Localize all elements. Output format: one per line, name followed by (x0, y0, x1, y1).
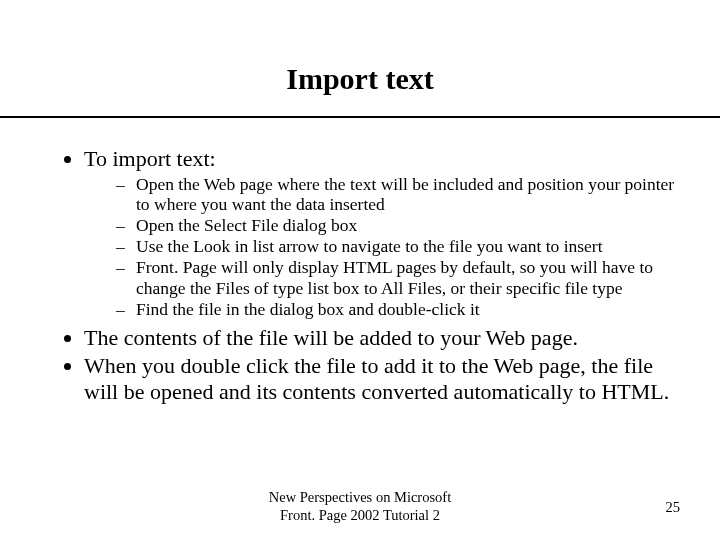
sub-bullet-item: Front. Page will only display HTML pages… (122, 257, 676, 297)
bullet-item: When you double click the file to add it… (84, 353, 676, 405)
slide-footer: New Perspectives on Microsoft Front. Pag… (0, 489, 720, 524)
page-number: 25 (666, 499, 681, 516)
sub-bullet-item: Open the Select File dialog box (122, 215, 676, 235)
sub-bullet-text: Open the Select File dialog box (136, 215, 357, 235)
footer-center: New Perspectives on Microsoft Front. Pag… (0, 489, 720, 524)
footer-line1: New Perspectives on Microsoft (269, 489, 451, 505)
bullet-item: The contents of the file will be added t… (84, 325, 676, 351)
slide: Import text To import text: Open the Web… (0, 0, 720, 540)
sub-bullet-item: Find the file in the dialog box and doub… (122, 299, 676, 319)
bullet-text: To import text: (84, 146, 216, 171)
sub-bullet-text: Use the Look in list arrow to navigate t… (136, 236, 603, 256)
bullet-list-level1: To import text: Open the Web page where … (56, 146, 676, 405)
sub-bullet-item: Open the Web page where the text will be… (122, 174, 676, 214)
sub-bullet-item: Use the Look in list arrow to navigate t… (122, 236, 676, 256)
sub-bullet-text: Front. Page will only display HTML pages… (136, 257, 653, 297)
title-divider (0, 116, 720, 118)
bullet-text: The contents of the file will be added t… (84, 325, 578, 350)
sub-bullet-text: Find the file in the dialog box and doub… (136, 299, 480, 319)
sub-bullet-text: Open the Web page where the text will be… (136, 174, 674, 214)
bullet-item: To import text: Open the Web page where … (84, 146, 676, 319)
slide-title: Import text (0, 0, 720, 116)
bullet-text: When you double click the file to add it… (84, 353, 669, 404)
bullet-list-level2: Open the Web page where the text will be… (84, 174, 676, 319)
footer-line2: Front. Page 2002 Tutorial 2 (280, 507, 440, 523)
slide-content: To import text: Open the Web page where … (0, 146, 720, 405)
